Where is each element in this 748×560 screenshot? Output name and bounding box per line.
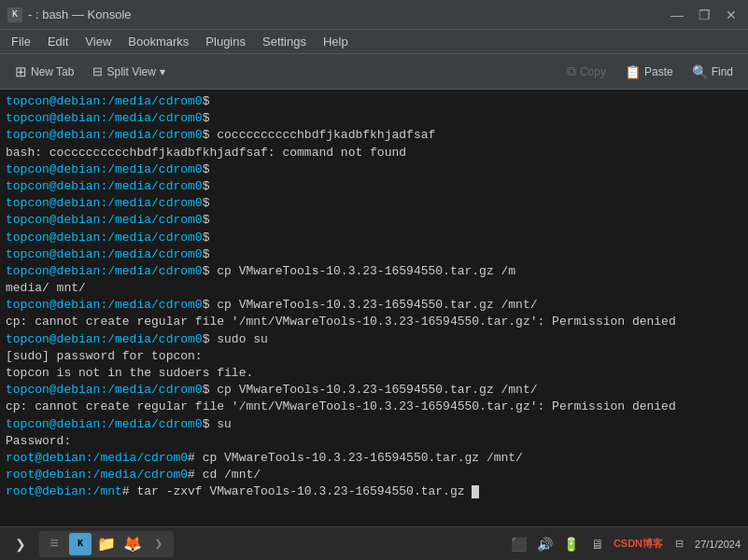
menu-settings[interactable]: Settings	[255, 33, 314, 50]
app-icon: K	[7, 7, 22, 22]
terminal-line: topcon@debian:/media/cdrom0$ cp VMwareTo…	[6, 297, 742, 314]
terminal-line: topcon@debian:/media/cdrom0$ cp VMwareTo…	[6, 382, 742, 399]
title-bar-left: K - : bash — Konsole	[7, 7, 132, 22]
find-label: Find	[712, 65, 733, 78]
prompt: topcon@debian:/media/cdrom0	[6, 196, 203, 210]
menu-bar: File Edit View Bookmarks Plugins Setting…	[0, 30, 748, 54]
menu-plugins[interactable]: Plugins	[198, 33, 253, 50]
copy-icon: ⧉	[567, 63, 576, 79]
terminal-line: root@debian:/mnt# tar -zxvf VMwareTools-…	[6, 483, 742, 500]
taskbar-app-files[interactable]: ≡	[43, 533, 65, 555]
taskbar-apps: ≡ K 📁 🦊 ❯	[39, 531, 174, 557]
arrow-icon: ❯	[155, 536, 162, 552]
split-view-icon: ⊟	[92, 64, 103, 78]
paste-icon: 📋	[625, 64, 641, 79]
terminal-line: topcon is not in the sudoers file.	[6, 365, 742, 382]
terminal-line: topcon@debian:/media/cdrom0$	[6, 178, 742, 195]
taskbar-menu-icon: ❯	[15, 537, 26, 552]
root-prompt: root@debian:/media/cdrom0	[6, 451, 188, 465]
new-tab-icon: ⊞	[15, 63, 27, 80]
prompt: topcon@debian:/media/cdrom0	[6, 162, 203, 176]
new-tab-button[interactable]: ⊞ New Tab	[7, 60, 81, 84]
title-bar: K - : bash — Konsole — ❐ ✕	[0, 0, 748, 30]
toolbar: ⊞ New Tab ⊟ Split View ▾ ⧉ Copy 📋 Paste …	[0, 54, 748, 90]
prompt: topcon@debian:/media/cdrom0	[6, 179, 203, 193]
watermark-label: CSDN博客	[614, 537, 663, 551]
prompt: topcon@debian:/media/cdrom0	[6, 298, 203, 312]
find-icon: 🔍	[692, 64, 708, 79]
prompt: topcon@debian:/media/cdrom0	[6, 94, 203, 108]
prompt: topcon@debian:/media/cdrom0	[6, 332, 203, 346]
taskbar-app-firefox[interactable]: 🦊	[121, 533, 144, 555]
menu-file[interactable]: File	[4, 33, 38, 50]
window-title: - : bash — Konsole	[28, 7, 132, 21]
prompt: topcon@debian:/media/cdrom0	[6, 417, 203, 431]
split-view-label: Split View	[106, 65, 155, 78]
terminal-line: root@debian:/media/cdrom0# cp VMwareTool…	[6, 450, 742, 467]
minimize-button[interactable]: —	[667, 6, 687, 24]
terminal-line: topcon@debian:/media/cdrom0$ cp VMwareTo…	[6, 263, 742, 280]
copy-button[interactable]: ⧉ Copy	[559, 60, 614, 83]
paste-label: Paste	[644, 65, 673, 78]
prompt: topcon@debian:/media/cdrom0	[6, 247, 203, 261]
window-controls: — ❐ ✕	[667, 6, 741, 24]
terminal-line: root@debian:/media/cdrom0# cd /mnt/	[6, 467, 742, 483]
prompt: topcon@debian:/media/cdrom0	[6, 111, 203, 125]
taskbar-menu-button[interactable]: ❯	[7, 531, 34, 557]
prompt: topcon@debian:/media/cdrom0	[6, 231, 203, 245]
prompt: topcon@debian:/media/cdrom0	[6, 383, 203, 397]
taskbar-app-arrow[interactable]: ❯	[148, 533, 170, 555]
terminal-line: topcon@debian:/media/cdrom0$	[6, 212, 742, 229]
terminal-line: topcon@debian:/media/cdrom0$	[6, 230, 742, 246]
terminal-line: topcon@debian:/media/cdrom0$	[6, 246, 742, 263]
terminal-line: cp: cannot create regular file '/mnt/VMw…	[6, 399, 742, 415]
taskbar-icon-display: ⬛	[509, 534, 529, 554]
prompt: topcon@debian:/media/cdrom0	[6, 264, 203, 278]
taskbar-icon-vm: ⊟	[669, 534, 689, 554]
split-view-button[interactable]: ⊟ Split View ▾	[85, 61, 172, 82]
menu-view[interactable]: View	[78, 33, 119, 50]
prompt: topcon@debian:/media/cdrom0	[6, 213, 203, 227]
folder2-icon: 📁	[97, 535, 116, 553]
taskbar-right: ⬛ 🔊 🔋 🖥 CSDN博客 ⊟ 27/1/2024	[509, 534, 741, 554]
terminal-line: cp: cannot create regular file '/mnt/VMw…	[6, 314, 742, 330]
terminal-output[interactable]: topcon@debian:/media/cdrom0$topcon@debia…	[0, 90, 748, 526]
split-view-arrow: ▾	[160, 65, 165, 78]
files-icon: ≡	[49, 536, 59, 553]
terminal-line: topcon@debian:/media/cdrom0$	[6, 195, 742, 212]
terminal-line: topcon@debian:/media/cdrom0$	[6, 93, 742, 110]
terminal-line: bash: coccccccccchbdfjkadbfkhjadfsaf: co…	[6, 145, 742, 161]
terminal-line: [sudo] password for topcon:	[6, 348, 742, 365]
menu-help[interactable]: Help	[316, 33, 356, 50]
cursor	[472, 485, 479, 498]
terminal-line: media/ mnt/	[6, 280, 742, 297]
taskbar-app-folder2[interactable]: 📁	[95, 533, 118, 555]
paste-button[interactable]: 📋 Paste	[617, 61, 681, 83]
taskbar-icon-volume[interactable]: 🔊	[535, 534, 556, 554]
menu-bookmarks[interactable]: Bookmarks	[120, 33, 196, 50]
terminal-line: topcon@debian:/media/cdrom0$ sudo su	[6, 331, 742, 348]
terminal-line: topcon@debian:/media/cdrom0$ coccccccccc…	[6, 127, 742, 144]
copy-label: Copy	[580, 65, 606, 78]
terminal-line: Password:	[6, 433, 742, 450]
taskbar-icon-network: 🖥	[587, 534, 608, 554]
find-button[interactable]: 🔍 Find	[684, 61, 741, 83]
restore-button[interactable]: ❐	[695, 6, 714, 24]
menu-edit[interactable]: Edit	[40, 33, 76, 50]
terminal-line: topcon@debian:/media/cdrom0$	[6, 110, 742, 127]
taskbar-icon-battery: 🔋	[561, 534, 582, 554]
terminal-line: topcon@debian:/media/cdrom0$	[6, 161, 742, 178]
datetime-label: 27/1/2024	[695, 539, 741, 550]
terminal-line: topcon@debian:/media/cdrom0$ su	[6, 416, 742, 433]
root-prompt: root@debian:/mnt	[6, 484, 122, 498]
taskbar: ❯ ≡ K 📁 🦊 ❯ ⬛ 🔊 🔋 🖥 CSDN博客 ⊟ 27/1/2024	[0, 526, 748, 560]
root-prompt: root@debian:/media/cdrom0	[6, 468, 188, 482]
close-button[interactable]: ✕	[722, 6, 741, 24]
prompt: topcon@debian:/media/cdrom0	[6, 128, 203, 142]
taskbar-app-konsole[interactable]: K	[69, 533, 92, 555]
new-tab-label: New Tab	[31, 65, 74, 78]
